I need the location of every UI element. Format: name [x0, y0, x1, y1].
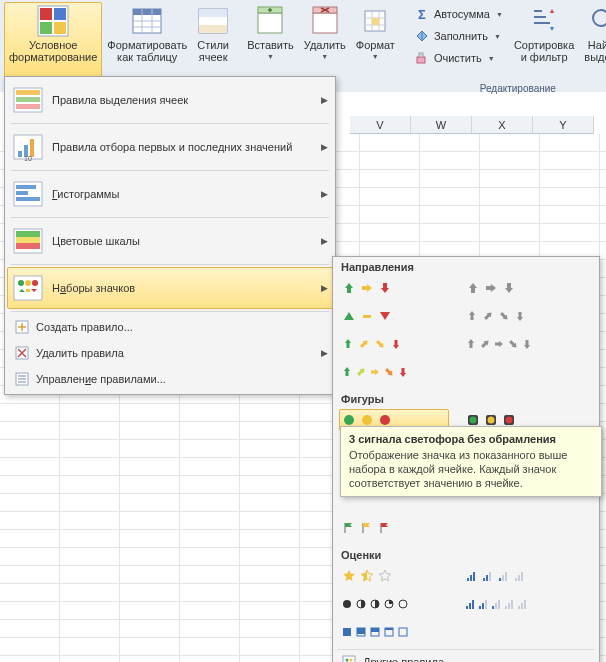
label: Сортировка и фильтр [514, 39, 574, 63]
more-rules-item[interactable]: Другие правила... [333, 650, 599, 662]
svg-point-44 [25, 280, 31, 286]
icon-set-3-triangles[interactable] [339, 305, 449, 327]
styles-icon [197, 5, 229, 37]
icon-set-5-ratings-bars[interactable] [463, 593, 573, 615]
svg-rect-52 [363, 315, 371, 318]
svg-point-23 [593, 10, 606, 26]
svg-point-43 [18, 280, 24, 286]
more-rules-icon [341, 654, 357, 662]
format-icon [359, 5, 391, 37]
svg-rect-28 [16, 104, 40, 109]
find-select-button[interactable]: Найти выдели [579, 2, 606, 82]
cell-styles-button[interactable]: Стили ячеек [192, 2, 234, 82]
label: Управление правилами... [36, 373, 328, 385]
svg-rect-22 [419, 53, 423, 57]
icon-set-3-stars[interactable] [339, 565, 449, 587]
svg-rect-72 [518, 575, 520, 581]
conditional-formatting-icon [37, 5, 69, 37]
svg-point-45 [32, 280, 38, 286]
icon-set-3-flags[interactable] [339, 517, 449, 539]
label: Заполнить [434, 30, 488, 42]
svg-point-78 [399, 600, 407, 608]
svg-rect-49 [18, 375, 26, 377]
label: Другие правила... [363, 656, 453, 662]
icon-set-3-arrows-gray[interactable] [463, 277, 573, 299]
icon-set-5-arrows-colored[interactable] [339, 361, 449, 383]
svg-rect-85 [492, 606, 494, 609]
fill-button[interactable]: Заполнить ▼ [412, 26, 505, 46]
svg-rect-80 [469, 603, 471, 609]
svg-rect-26 [16, 90, 40, 95]
icon-set-4-arrows-colored[interactable] [339, 333, 449, 355]
svg-rect-37 [16, 197, 40, 201]
label: Стили ячеек [197, 39, 229, 63]
svg-rect-64 [473, 572, 475, 581]
label: Правила отбора первых и последних значен… [52, 141, 317, 153]
format-as-table-button[interactable]: Форматировать как таблицу [102, 2, 192, 82]
col-header[interactable]: W [411, 116, 472, 134]
chevron-right-icon: ▶ [321, 95, 328, 105]
conditional-formatting-button[interactable]: Условное форматирование [4, 2, 102, 82]
svg-rect-13 [199, 17, 227, 25]
highlight-cells-rules-item[interactable]: Правила выделения ячеек ▶ [7, 79, 333, 121]
manage-rules-item[interactable]: Управление правилами... [7, 366, 333, 392]
svg-rect-92 [521, 603, 523, 609]
manage-rules-icon [12, 369, 32, 389]
label: Создать правило... [36, 321, 328, 333]
clear-rules-icon [12, 343, 32, 363]
col-header[interactable]: X [472, 116, 533, 134]
col-header[interactable]: V [350, 116, 411, 134]
svg-rect-87 [498, 600, 500, 609]
icon-sets-item[interactable]: Наборы значков ▶ [7, 267, 333, 309]
svg-point-54 [362, 415, 372, 425]
clear-button[interactable]: Очистить ▼ [412, 48, 505, 68]
insert-button[interactable]: Вставить ▼ [242, 2, 299, 82]
svg-rect-42 [14, 276, 42, 300]
svg-rect-6 [133, 9, 161, 15]
sort-filter-button[interactable]: Сортировка и фильтр [509, 2, 579, 82]
svg-rect-17 [313, 13, 337, 33]
svg-rect-82 [479, 606, 481, 609]
svg-text:10: 10 [24, 155, 32, 162]
label: Найти выдели [584, 39, 606, 63]
icon-set-4-ratings-bars[interactable] [463, 565, 573, 587]
autosum-button[interactable]: Σ Автосумма ▼ [412, 4, 505, 24]
color-scales-item[interactable]: Цветовые шкалы ▶ [7, 220, 333, 262]
delete-button[interactable]: Удалить ▼ [299, 2, 351, 82]
label: Удалить [304, 39, 346, 51]
svg-rect-4 [54, 22, 66, 34]
svg-rect-66 [486, 575, 488, 581]
icon-set-3-arrows-colored[interactable] [339, 277, 449, 299]
clear-rules-item[interactable]: Удалить правила ▶ [7, 340, 333, 366]
chevron-down-icon: ▼ [372, 53, 379, 61]
svg-rect-86 [495, 603, 497, 609]
new-rule-item[interactable]: Создать правило... [7, 314, 333, 340]
label: Условное форматирование [9, 39, 97, 63]
icon-set-5-boxes[interactable] [339, 621, 449, 643]
svg-rect-35 [16, 185, 36, 189]
svg-rect-67 [489, 572, 491, 581]
icon-set-4-arrows-gray[interactable] [463, 305, 573, 327]
svg-rect-96 [357, 628, 365, 634]
svg-rect-70 [505, 572, 507, 581]
format-button[interactable]: Формат ▼ [351, 2, 400, 82]
top-bottom-rules-item[interactable]: 10 Правила отбора первых и последних зна… [7, 126, 333, 168]
sum-icon: Σ [414, 6, 430, 22]
svg-point-55 [380, 415, 390, 425]
section-directions: Направления [333, 257, 599, 275]
svg-rect-68 [499, 578, 501, 581]
svg-rect-15 [258, 13, 282, 33]
svg-rect-81 [472, 600, 474, 609]
delete-icon [309, 5, 341, 37]
svg-rect-30 [18, 151, 22, 157]
data-bars-item[interactable]: Гистограммы ▶ [7, 173, 333, 215]
svg-rect-102 [343, 656, 355, 662]
svg-rect-83 [482, 603, 484, 609]
insert-icon [254, 5, 286, 37]
col-header[interactable]: Y [533, 116, 594, 134]
icon-set-5-arrows-gray[interactable] [463, 333, 573, 355]
icon-set-5-quarters[interactable] [339, 593, 449, 615]
svg-point-53 [344, 415, 354, 425]
chevron-right-icon: ▶ [321, 236, 328, 246]
svg-rect-2 [54, 8, 66, 20]
